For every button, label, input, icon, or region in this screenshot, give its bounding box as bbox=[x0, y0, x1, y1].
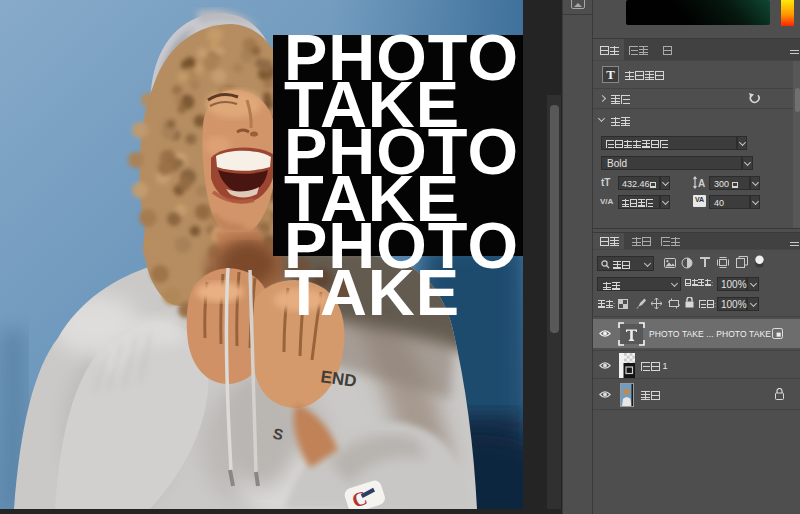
svg-text:TAKE: TAKE bbox=[284, 256, 460, 329]
svg-text:A: A bbox=[698, 178, 705, 189]
